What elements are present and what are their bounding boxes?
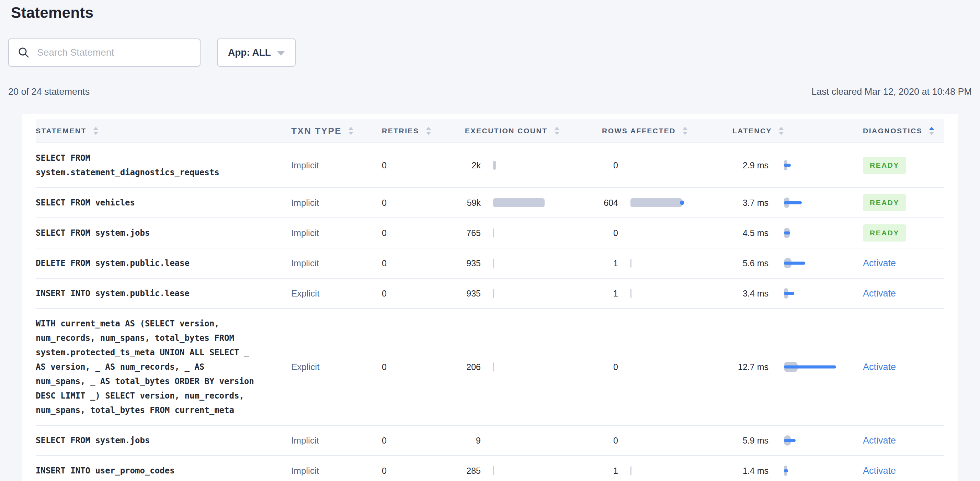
column-header-execution-count[interactable]: EXECUTION COUNT xyxy=(443,127,584,135)
latency-mean-bar xyxy=(784,201,802,204)
latency-bar-chart xyxy=(784,228,863,238)
table-row: SELECT FROM system.jobs Implicit 0 765 0… xyxy=(36,218,944,248)
sort-arrows xyxy=(555,127,559,135)
latency-mean-bar xyxy=(784,292,794,295)
latency-value: 12.7 ms xyxy=(721,362,768,372)
column-header-rows-affected[interactable]: ROWS AFFECTED xyxy=(584,127,721,135)
rows-affected-value: 0 xyxy=(584,436,618,446)
activate-diagnostics-link[interactable]: Activate xyxy=(863,435,896,446)
txn-type-value: Implicit xyxy=(291,160,382,171)
execution-count-value: 2k xyxy=(443,161,481,170)
column-header-retries[interactable]: RETRIES xyxy=(382,127,443,135)
table-header-row: STATEMENT TXN TYPE RETRIES EXECUTION COU… xyxy=(36,119,944,143)
column-header-diagnostics[interactable]: DIAGNOSTICS xyxy=(863,127,944,135)
latency-bar-chart xyxy=(784,435,863,446)
latency-value: 4.5 ms xyxy=(721,228,768,238)
retries-value: 0 xyxy=(382,362,443,372)
retries-value: 0 xyxy=(382,198,443,208)
rows-affected-bar xyxy=(630,289,632,298)
txn-type-value: Implicit xyxy=(291,465,382,476)
txn-type-value: Implicit xyxy=(291,228,382,239)
statement-link[interactable]: DELETE FROM system.public.lease xyxy=(36,248,257,278)
statement-link[interactable]: INSERT INTO system.public.lease xyxy=(36,279,257,308)
latency-mean-bar xyxy=(784,164,791,167)
execution-count-value: 9 xyxy=(443,436,481,446)
execution-count-value: 935 xyxy=(443,288,481,299)
search-icon xyxy=(18,47,30,58)
diagnostics-cell: Activate xyxy=(863,465,944,476)
sort-up-icon xyxy=(94,127,98,130)
latency-value: 3.7 ms xyxy=(721,198,768,208)
statement-link[interactable]: SELECT FROM system.jobs xyxy=(36,426,257,455)
diagnostics-cell: Activate xyxy=(863,288,944,299)
execution-count-value: 935 xyxy=(443,258,481,268)
latency-value: 1.4 ms xyxy=(721,466,768,476)
sort-down-icon xyxy=(555,132,559,135)
statement-link[interactable]: INSERT INTO user_promo_codes xyxy=(36,456,257,481)
search-box[interactable] xyxy=(8,38,200,67)
table-row: WITH current_meta AS (SELECT version, nu… xyxy=(36,309,944,426)
execution-count-value: 285 xyxy=(443,466,481,476)
sort-up-icon xyxy=(779,127,784,130)
latency-bar-chart xyxy=(784,258,863,268)
txn-type-value: Implicit xyxy=(291,258,382,269)
latency-bar-chart xyxy=(784,197,863,208)
latency-value: 5.9 ms xyxy=(721,436,768,446)
table-body: SELECT FROM system.statement_diagnostics… xyxy=(36,143,944,481)
execution-count-bar xyxy=(493,289,494,298)
rows-affected-value: 0 xyxy=(584,228,618,238)
rows-affected-bar xyxy=(630,259,632,268)
sort-up-icon xyxy=(929,127,934,130)
execution-count-bar xyxy=(493,259,494,268)
sort-arrows xyxy=(426,127,431,135)
activate-diagnostics-link[interactable]: Activate xyxy=(863,288,896,299)
sort-arrows xyxy=(682,127,687,135)
app-filter-button[interactable]: App: ALL xyxy=(217,38,296,67)
column-header-txn-type[interactable]: TXN TYPE xyxy=(291,126,382,136)
table-row: DELETE FROM system.public.lease Implicit… xyxy=(36,248,944,279)
latency-mean-bar xyxy=(784,469,788,472)
execution-count-bar xyxy=(493,161,496,170)
execution-count-value: 206 xyxy=(443,362,481,372)
diagnostics-cell: READY xyxy=(863,194,944,211)
activate-diagnostics-link[interactable]: Activate xyxy=(863,258,896,268)
execution-count-bar xyxy=(493,466,494,475)
txn-type-value: Explicit xyxy=(291,362,382,373)
rows-affected-value: 0 xyxy=(584,161,618,170)
table-row: SELECT FROM system.statement_diagnostics… xyxy=(36,143,944,188)
last-cleared: Last cleared Mar 12, 2020 at 10:48 PM xyxy=(811,87,972,97)
rows-affected-value: 1 xyxy=(584,258,618,268)
sort-arrows xyxy=(94,127,98,135)
table-meta: 20 of 24 statements Last cleared Mar 12,… xyxy=(8,87,972,97)
execution-count-bar xyxy=(493,198,545,207)
diagnostics-cell: READY xyxy=(863,225,944,242)
retries-value: 0 xyxy=(382,288,443,299)
column-header-latency[interactable]: LATENCY xyxy=(721,127,863,135)
rows-affected-value: 604 xyxy=(584,198,618,208)
rows-affected-value: 1 xyxy=(584,466,618,476)
latency-mean-bar xyxy=(784,262,805,265)
latency-mean-bar xyxy=(784,366,836,369)
statement-link[interactable]: SELECT FROM system.statement_diagnostics… xyxy=(36,143,257,187)
execution-count-bar xyxy=(493,363,494,371)
txn-type-value: Explicit xyxy=(291,288,382,299)
statement-link[interactable]: SELECT FROM vehicles xyxy=(36,188,257,218)
statements-page: Statements App: ALL 20 of 24 statements … xyxy=(0,4,980,481)
activate-diagnostics-link[interactable]: Activate xyxy=(863,362,896,372)
latency-bar-chart xyxy=(784,362,863,372)
diagnostics-ready-badge: READY xyxy=(863,225,906,242)
statement-link[interactable]: WITH current_meta AS (SELECT version, nu… xyxy=(36,309,257,425)
statements-table: STATEMENT TXN TYPE RETRIES EXECUTION COU… xyxy=(22,114,958,481)
statement-count: 20 of 24 statements xyxy=(8,87,90,97)
column-header-statement[interactable]: STATEMENT xyxy=(36,127,291,135)
sort-up-icon xyxy=(348,127,353,130)
retries-value: 0 xyxy=(382,161,443,170)
table-row: SELECT FROM vehicles Implicit 0 59k 604 … xyxy=(36,188,944,218)
diagnostics-cell: Activate xyxy=(863,435,944,446)
table-row: INSERT INTO user_promo_codes Implicit 0 … xyxy=(36,456,944,481)
activate-diagnostics-link[interactable]: Activate xyxy=(863,465,896,476)
diagnostics-cell: Activate xyxy=(863,362,944,373)
statement-link[interactable]: SELECT FROM system.jobs xyxy=(36,218,257,248)
search-input[interactable] xyxy=(37,47,191,58)
latency-mean-bar xyxy=(784,439,795,442)
